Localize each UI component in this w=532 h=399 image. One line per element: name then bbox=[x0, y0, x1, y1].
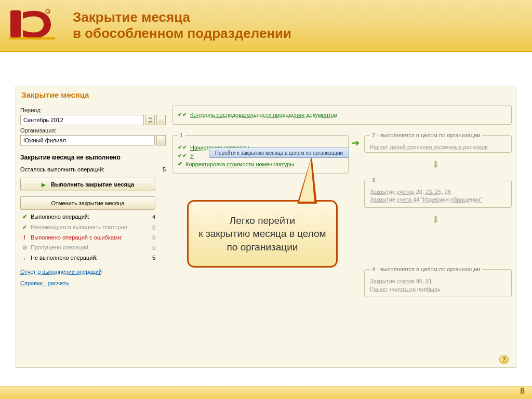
op-profit-tax[interactable]: Расчет налога на прибыль bbox=[370, 286, 441, 292]
skipped-value: 0 bbox=[152, 245, 155, 251]
op-close-44[interactable]: Закрытие счета 44 "Издержки обращения" bbox=[370, 196, 483, 203]
op-control-sequence[interactable]: Контроль последовательности проведения д… bbox=[190, 112, 337, 118]
op-close-90-91[interactable]: Закрытие счетов 90, 91 bbox=[370, 278, 432, 284]
arrow-right-icon: ➔ bbox=[352, 137, 360, 149]
repeat-value: 0 bbox=[152, 224, 155, 231]
tooltip-goto-org-closing[interactable]: Перейти к закрытию месяца в целом по орг… bbox=[209, 148, 349, 158]
logo-1c: R bbox=[9, 7, 55, 42]
group-3: 3 Закрытие счетов 20, 23, 25, 26 Закрыти… bbox=[364, 177, 512, 208]
doublecheck-icon: ✔✔ bbox=[178, 144, 187, 151]
group-2: 2 - выполняется в целом по организации Р… bbox=[364, 132, 512, 153]
slide-footer bbox=[0, 387, 532, 399]
group-4: 4 - выполняется в целом по организации З… bbox=[364, 266, 512, 297]
page-number: 8 bbox=[520, 387, 525, 396]
skip-icon: ⊘ bbox=[20, 244, 29, 251]
callout-bubble: Легко перейти к закрытию месяца в целом … bbox=[187, 200, 338, 268]
report-link[interactable]: Отчет о выполнении операций bbox=[20, 269, 102, 275]
org-input[interactable]: Южный филиал bbox=[20, 135, 155, 145]
execute-button[interactable]: ▶ Выполнить закрытие месяца bbox=[20, 178, 155, 191]
doublecheck-icon: ✔✔ bbox=[178, 152, 187, 159]
top-group: ✔✔ Контроль последовательности проведени… bbox=[172, 105, 512, 125]
app-title: Закрытие месяца bbox=[16, 86, 516, 101]
done-value: 4 bbox=[152, 214, 155, 220]
doublecheck-icon: ✔✔ bbox=[178, 111, 187, 118]
op-indirect-costs[interactable]: Расчет долей списания косвенных расходов bbox=[370, 144, 488, 150]
group-1-legend: 1 bbox=[178, 132, 185, 138]
period-picker[interactable]: … bbox=[156, 115, 166, 125]
op-close-20-26[interactable]: Закрытие счетов 20, 23, 25, 26 bbox=[370, 189, 451, 195]
refs-link[interactable]: Справки - расчеты bbox=[20, 280, 70, 286]
done-label: Выполнено операций: bbox=[31, 214, 89, 220]
errors-value: 0 bbox=[152, 234, 155, 241]
repeat-label: Рекомендуется выполнить повторно: bbox=[31, 224, 129, 230]
group-3-legend: 3 bbox=[370, 177, 377, 183]
notdone-value: 5 bbox=[152, 255, 155, 261]
check-icon: ✔ bbox=[178, 161, 182, 167]
period-label: Период: bbox=[20, 107, 166, 113]
error-icon: ! bbox=[20, 234, 29, 241]
notdone-label: Не выполнено операций: bbox=[31, 255, 98, 261]
group-4-legend: 4 - выполняется в целом по организации bbox=[370, 266, 482, 272]
arrow-down-icon: ⬇ bbox=[432, 159, 440, 170]
svg-rect-0 bbox=[10, 10, 21, 37]
svg-rect-3 bbox=[9, 37, 55, 39]
help-icon[interactable]: ? bbox=[499, 355, 509, 364]
arrow-down-icon: ⬇ bbox=[432, 214, 440, 225]
slide-title: Закрытие месяца в обособленном подраздел… bbox=[73, 9, 291, 42]
play-icon: ▶ bbox=[42, 182, 46, 188]
period-input[interactable]: Сентябрь 2012 bbox=[20, 115, 144, 125]
svg-text:R: R bbox=[47, 10, 49, 14]
period-spinner[interactable] bbox=[145, 115, 155, 125]
check-icon: ✔ bbox=[20, 214, 29, 220]
arrow-down-icon: ↓ bbox=[20, 255, 29, 261]
group-2-legend: 2 - выполняется в целом по организации bbox=[370, 132, 482, 138]
skipped-label: Пропущено операций: bbox=[31, 244, 90, 250]
cancel-button[interactable]: Отменить закрытие месяца bbox=[20, 196, 155, 210]
errors-label: Выполнено операций с ошибками: bbox=[31, 234, 123, 241]
doublecheck-icon: ✔ bbox=[20, 224, 29, 231]
op-cost-correction[interactable]: Корректировка стоимости номенклатуры bbox=[185, 161, 294, 167]
status-title: Закрытие месяца не выполнено bbox=[20, 154, 166, 161]
org-picker[interactable]: … bbox=[156, 135, 166, 145]
remaining-value: 5 bbox=[163, 166, 166, 172]
callout-text: Легко перейти к закрытию месяца в целом … bbox=[198, 214, 326, 254]
op-hidden[interactable]: У bbox=[190, 153, 194, 159]
remaining-label: Осталось выполнить операций: bbox=[20, 166, 104, 172]
org-label: Организация: bbox=[20, 127, 166, 134]
